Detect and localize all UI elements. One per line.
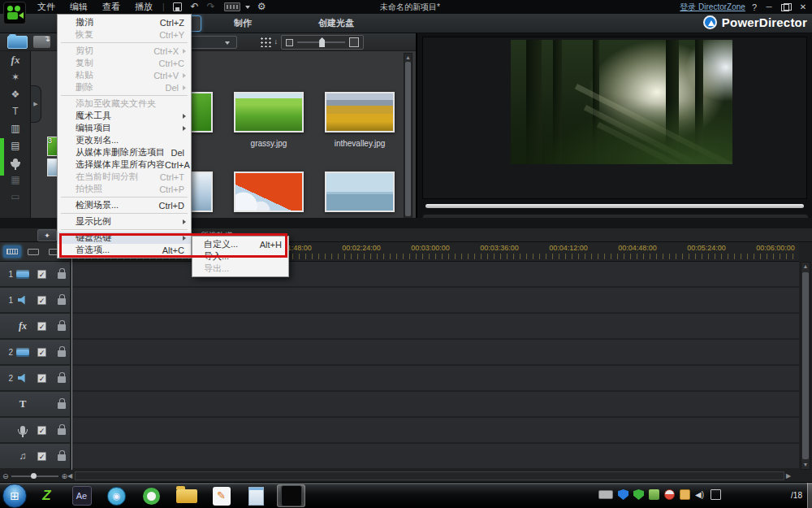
app-notepad[interactable] xyxy=(242,484,270,507)
tray-language-indicator-icon[interactable] xyxy=(598,490,613,499)
edit-menu-item[interactable]: 粘贴Ctrl+V xyxy=(58,69,191,81)
app-after-effects[interactable]: Ae xyxy=(67,484,96,507)
sort-icon[interactable] xyxy=(260,37,273,47)
timeline-lane[interactable] xyxy=(71,392,799,416)
track-lock-icon[interactable] xyxy=(58,298,66,305)
edit-menu-item[interactable]: 撤消Ctrl+Z xyxy=(58,16,191,28)
media-thumbnail[interactable] xyxy=(234,92,304,132)
menubar-item-2[interactable]: 查看 xyxy=(96,0,127,14)
hscroll-left-arrow[interactable]: ◀ xyxy=(67,471,72,480)
title-room[interactable]: T xyxy=(0,102,31,119)
close-button[interactable]: ✕ xyxy=(797,2,809,11)
track-view-button[interactable] xyxy=(24,245,42,258)
tray-camera-orange-icon[interactable] xyxy=(680,489,690,500)
edit-menu-item[interactable]: 在当前时间分割Ctrl+T xyxy=(58,171,191,183)
menubar-item-3[interactable]: 播放 xyxy=(128,0,159,14)
magic-wand-button[interactable]: ✦ xyxy=(37,229,57,241)
edit-menu-item[interactable]: 显示比例 xyxy=(58,215,191,228)
timeline-vertical-scrollbar[interactable]: ▲ ▼ xyxy=(801,262,810,470)
app-file-explorer[interactable] xyxy=(172,484,201,507)
media-thumbnail[interactable] xyxy=(325,92,395,132)
edit-menu-item[interactable]: 检测场景...Ctrl+D xyxy=(58,199,191,211)
track-lock-icon[interactable] xyxy=(58,428,66,435)
hotkey-submenu-item[interactable]: 导出... xyxy=(192,263,288,275)
menubar-item-0[interactable]: 文件 xyxy=(31,0,62,14)
import-media-icon[interactable] xyxy=(33,36,50,48)
playhead[interactable] xyxy=(71,242,72,470)
app-powerdirector[interactable] xyxy=(277,484,305,507)
track-enable-checkbox[interactable] xyxy=(37,348,46,357)
capture-icon[interactable] xyxy=(224,2,240,11)
timeline-lane[interactable] xyxy=(71,288,799,312)
start-button[interactable]: ⊞ xyxy=(2,484,27,508)
show-desktop-button[interactable] xyxy=(807,483,812,508)
ruler-view-button[interactable] xyxy=(3,245,21,258)
preview-video-frame[interactable] xyxy=(511,40,732,164)
capture-dropdown-caret[interactable] xyxy=(245,6,250,9)
app-vector-z[interactable]: Z xyxy=(32,484,61,507)
subtitle-room[interactable]: ▭ xyxy=(0,188,31,205)
library-scrollbar[interactable]: ▲ ▼ xyxy=(404,53,412,225)
zoom-slider[interactable] xyxy=(297,41,345,43)
timeline-lane[interactable] xyxy=(71,444,799,468)
edit-menu-item[interactable]: 选择媒体库里所有内容Ctrl+A xyxy=(58,158,191,171)
transition-room[interactable]: ▥ xyxy=(0,119,31,137)
edit-menu-item[interactable]: 添加至收藏夹文件夹 xyxy=(58,98,191,110)
edit-menu-item[interactable]: 更改别名... xyxy=(58,134,191,146)
track-enable-checkbox[interactable] xyxy=(37,322,46,331)
effect-room[interactable]: fx xyxy=(0,51,31,68)
timeline-zoom-control[interactable]: ⊖ ⊕ xyxy=(0,471,70,481)
track-lock-icon[interactable] xyxy=(58,402,66,409)
audio-mixing-room[interactable]: ▤ xyxy=(0,137,31,154)
zoom-out-icon[interactable] xyxy=(286,39,293,46)
save-icon[interactable] xyxy=(173,2,182,11)
timeline-lane[interactable] xyxy=(71,262,799,286)
app-media-player[interactable]: ◉ xyxy=(102,484,131,507)
track-enable-checkbox[interactable] xyxy=(37,296,46,305)
timeline-lane[interactable] xyxy=(71,366,799,390)
sidebar-collapse-handle[interactable]: ▶ xyxy=(31,85,41,123)
timeline-zoom-in-icon[interactable]: ⊕ xyxy=(61,472,67,480)
timeline-horizontal-scrollbar[interactable] xyxy=(75,471,784,480)
edit-menu-item[interactable]: 剪切Ctrl+X xyxy=(58,45,191,57)
tray-volume-icon[interactable]: ◀) xyxy=(695,489,706,500)
edit-menu-item[interactable]: 从媒体库删除所选项目Del xyxy=(58,146,191,158)
tab-create-disc[interactable]: 创建光盘 xyxy=(318,17,354,29)
media-room-icon[interactable] xyxy=(7,36,28,49)
tab-produce[interactable]: 制作 xyxy=(234,17,252,29)
settings-gear-icon[interactable]: ⚙ xyxy=(257,1,266,13)
minimize-button[interactable]: ─ xyxy=(763,2,775,11)
tray-browser-red-icon[interactable] xyxy=(664,489,675,500)
track-lock-icon[interactable] xyxy=(58,454,66,461)
preview-seekbar[interactable] xyxy=(425,204,804,208)
tray-folder-sync-icon[interactable] xyxy=(649,489,659,500)
track-lock-icon[interactable] xyxy=(58,324,66,331)
track-lock-icon[interactable] xyxy=(58,376,66,383)
directorzone-login-link[interactable]: 登录 DirectorZone xyxy=(680,2,745,13)
media-thumbnail[interactable] xyxy=(234,172,304,212)
pip-objects-room[interactable]: ✶ xyxy=(0,68,31,85)
thumbnail-zoom-control[interactable] xyxy=(281,35,364,50)
restore-button[interactable] xyxy=(781,3,791,11)
edit-menu-item[interactable]: 复制Ctrl+C xyxy=(58,57,191,69)
help-button[interactable]: ? xyxy=(752,2,757,12)
tray-shield-blue-icon[interactable] xyxy=(618,489,628,500)
tray-network-monitor-icon[interactable] xyxy=(710,489,721,500)
timeline-lane[interactable] xyxy=(71,340,799,364)
voice-over-room[interactable] xyxy=(0,154,31,171)
app-image-editor[interactable]: ✎ xyxy=(207,484,235,507)
track-lock-icon[interactable] xyxy=(58,272,66,279)
zoom-slider-thumb[interactable] xyxy=(319,37,325,47)
undo-icon[interactable]: ↶ xyxy=(191,1,199,13)
hscroll-right-arrow[interactable]: ▶ xyxy=(786,471,791,480)
edit-menu-item[interactable]: 删除Del xyxy=(58,81,191,93)
media-thumbnail[interactable] xyxy=(325,172,395,212)
tray-shield-green-icon[interactable] xyxy=(633,489,644,500)
track-enable-checkbox[interactable] xyxy=(37,426,46,435)
timeline-lane[interactable] xyxy=(71,418,799,442)
timeline-zoom-thumb[interactable] xyxy=(31,473,37,479)
particle-room[interactable]: ❖ xyxy=(0,85,31,102)
edit-menu-item[interactable]: 编辑项目 xyxy=(58,122,191,134)
zoom-in-icon[interactable] xyxy=(349,37,359,47)
track-enable-checkbox[interactable] xyxy=(37,270,46,279)
